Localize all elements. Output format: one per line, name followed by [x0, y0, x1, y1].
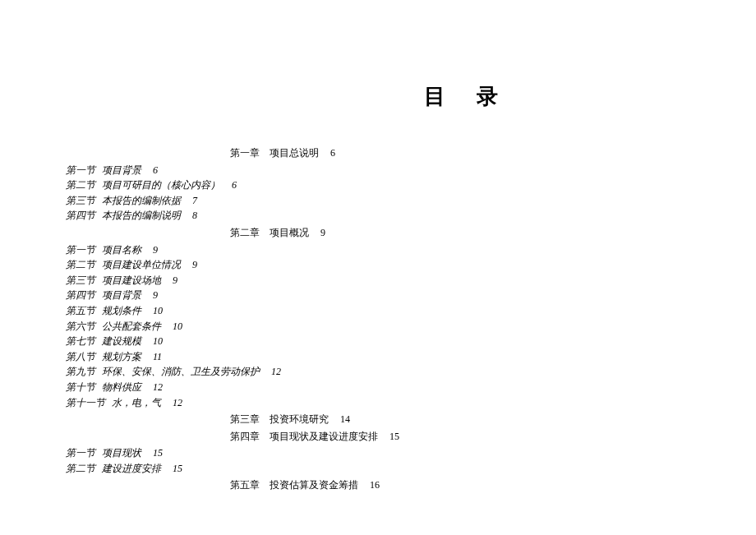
toc-chapter: 第二章项目概况9 [66, 225, 756, 241]
toc-page-number: 11 [153, 351, 162, 362]
toc-item-title: 项目现状 [102, 447, 141, 459]
toc-label: 第十一节 [66, 397, 105, 408]
toc-item-title: 项目背景 [102, 289, 141, 301]
toc-item-title: 项目名称 [102, 244, 141, 256]
toc-label: 第九节 [66, 366, 95, 377]
toc-page-number: 9 [320, 227, 325, 238]
toc-item-title: 水，电，气 [112, 397, 161, 408]
toc-label: 第五章 [230, 479, 260, 491]
toc-label: 第一章 [230, 147, 260, 159]
toc-section: 第七节建设规模10 [66, 334, 756, 349]
toc-label: 第三节 [66, 195, 95, 206]
toc-page-number: 6 [330, 147, 335, 159]
toc-item-title: 项目建设场地 [102, 274, 161, 286]
toc-section: 第九节环保、安保、消防、卫生及劳动保护12 [66, 364, 756, 380]
toc-section: 第三节项目建设场地9 [66, 273, 756, 288]
toc-label: 第一节 [66, 447, 95, 459]
toc-page-number: 9 [153, 244, 158, 256]
toc-item-title: 项目建设单位情况 [102, 259, 181, 270]
toc-page-number: 16 [370, 479, 380, 491]
toc-item-title: 公共配套条件 [102, 321, 161, 332]
toc-page-number: 15 [390, 431, 399, 442]
toc-page-number: 8 [192, 210, 197, 221]
toc-page-number: 9 [153, 289, 158, 301]
toc-item-title: 投资环境研究 [270, 413, 329, 425]
toc-label: 第七节 [66, 335, 95, 347]
toc-item-title: 本报告的编制说明 [102, 210, 181, 221]
toc-page-number: 15 [153, 447, 163, 459]
toc-chapter: 第一章项目总说明6 [66, 145, 756, 161]
toc-label: 第五节 [66, 305, 95, 316]
toc-item-title: 规划条件 [102, 305, 141, 316]
toc-item-title: 项目可研目的（核心内容） [102, 179, 220, 191]
toc-item-title: 建设规模 [102, 335, 141, 347]
toc-page-number: 14 [340, 413, 350, 425]
toc-label: 第一节 [66, 164, 95, 176]
toc-label: 第三章 [230, 413, 260, 425]
toc-page-number: 10 [153, 335, 163, 347]
toc-section: 第一节项目现状15 [66, 445, 756, 461]
toc-section: 第一节项目背景6 [66, 163, 756, 178]
toc-page-number: 10 [153, 305, 163, 316]
toc-section: 第二节项目可研目的（核心内容）6 [66, 178, 756, 193]
toc-page-number: 7 [192, 195, 197, 206]
toc-page-number: 15 [173, 463, 182, 474]
toc-chapter: 第五章投资估算及资金筹措16 [66, 477, 756, 493]
toc-page-number: 12 [153, 381, 163, 393]
toc-item-title: 投资估算及资金筹措 [270, 479, 358, 491]
toc-item-title: 项目总说明 [270, 147, 319, 159]
toc-section: 第二节项目建设单位情况9 [66, 257, 756, 273]
toc-label: 第三节 [66, 274, 95, 286]
toc-page-number: 12 [173, 397, 182, 408]
toc-item-title: 项目现状及建设进度安排 [270, 431, 378, 442]
toc-label: 第一节 [66, 244, 95, 256]
toc-container: 第一章项目总说明6第一节项目背景6第二节项目可研目的（核心内容）6第三节本报告的… [0, 145, 756, 493]
toc-label: 第六节 [66, 321, 95, 332]
toc-item-title: 项目概况 [270, 227, 309, 238]
toc-label: 第八节 [66, 351, 95, 362]
toc-page-number: 12 [271, 366, 281, 377]
toc-section: 第十节物料供应12 [66, 380, 756, 395]
toc-label: 第二节 [66, 259, 95, 270]
toc-item-title: 建设进度安排 [102, 463, 161, 474]
toc-section: 第八节规划方案11 [66, 349, 756, 365]
toc-item-title: 物料供应 [102, 381, 141, 393]
toc-page-number: 10 [173, 321, 182, 332]
toc-section: 第二节建设进度安排15 [66, 461, 756, 477]
toc-section: 第五节规划条件10 [66, 303, 756, 319]
toc-section: 第四节本报告的编制说明8 [66, 208, 756, 224]
document-title: 目录 [0, 82, 756, 111]
toc-page-number: 6 [232, 179, 237, 191]
toc-label: 第二节 [66, 179, 95, 191]
toc-label: 第四节 [66, 289, 95, 301]
toc-chapter: 第四章项目现状及建设进度安排15 [66, 429, 756, 445]
toc-item-title: 本报告的编制依据 [102, 195, 181, 206]
toc-chapter: 第三章投资环境研究14 [66, 412, 756, 427]
toc-section: 第十一节水，电，气12 [66, 395, 756, 411]
toc-page-number: 9 [173, 274, 177, 286]
toc-label: 第四节 [66, 210, 95, 221]
toc-section: 第三节本报告的编制依据7 [66, 193, 756, 209]
toc-item-title: 规划方案 [102, 351, 141, 362]
toc-label: 第四章 [230, 431, 260, 442]
toc-label: 第二节 [66, 463, 95, 474]
toc-section: 第一节项目名称9 [66, 242, 756, 258]
toc-item-title: 项目背景 [102, 164, 141, 176]
toc-section: 第四节项目背景9 [66, 288, 756, 303]
toc-label: 第十节 [66, 381, 95, 393]
toc-label: 第二章 [230, 227, 260, 238]
toc-section: 第六节公共配套条件10 [66, 319, 756, 334]
toc-item-title: 环保、安保、消防、卫生及劳动保护 [102, 366, 260, 377]
toc-page-number: 6 [153, 164, 158, 176]
toc-page-number: 9 [192, 259, 197, 270]
